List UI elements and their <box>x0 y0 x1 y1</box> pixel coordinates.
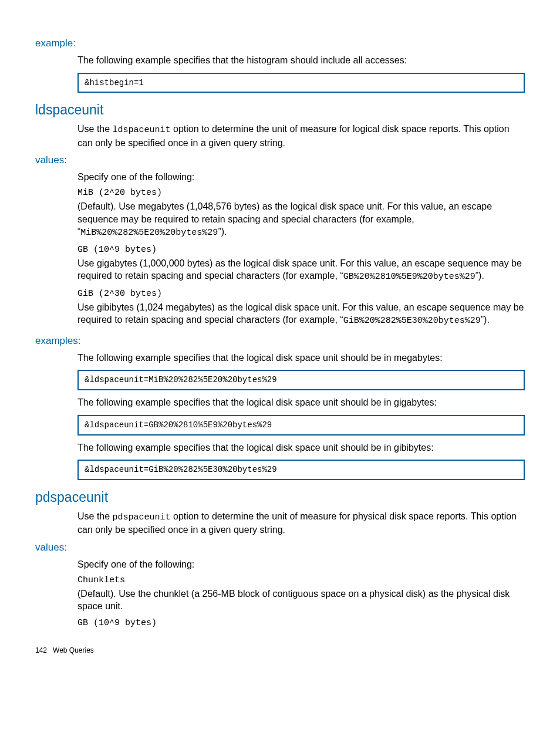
value-chunklets-text: (Default). Use the chunklet (a 256-MB bl… <box>77 588 525 613</box>
value-gb-text-b: ”). <box>475 271 484 281</box>
heading-values-pd: values: <box>35 541 525 555</box>
value-mib-text-b: ”). <box>218 227 227 237</box>
heading-example: example: <box>35 37 525 50</box>
example3-code: &ldspaceunit=GiB%20%282%5E30%20bytes%29 <box>77 460 525 480</box>
ldspaceunit-desc-pre: Use the <box>77 124 113 134</box>
value-mib-text: (Default). Use megabytes (1,048,576 byte… <box>77 200 525 239</box>
value-gb-text-mono: GB%20%2810%5E9%20bytes%29 <box>343 272 475 282</box>
heading-examples: examples: <box>35 335 525 348</box>
value-gb-text: Use gigabytes (1,000,000 bytes) as the l… <box>77 257 525 283</box>
pdspaceunit-desc-code: pdspaceunit <box>113 512 171 522</box>
value-gb-code: GB (10^9 bytes) <box>77 244 525 256</box>
value-gib-text: Use gibibytes (1,024 megabytes) as the l… <box>77 301 525 328</box>
code-histbegin: &histbegin=1 <box>77 73 525 93</box>
value-mib-code: MiB (2^20 bytes) <box>77 187 525 199</box>
value-gib-text-b: ”). <box>481 315 490 325</box>
value-gib-text-mono: GiB%20%282%5E30%20bytes%29 <box>343 316 481 326</box>
example2-text: The following example specifies that the… <box>77 396 525 409</box>
ldspaceunit-desc-code: ldspaceunit <box>113 125 171 135</box>
page-number: 142 <box>35 646 47 654</box>
values-lead-ld: Specify one of the following: <box>77 171 525 184</box>
value-mib-text-mono: MiB%20%282%5E20%20bytes%29 <box>80 228 218 238</box>
pdspaceunit-desc: Use the pdspaceunit option to determine … <box>77 510 525 536</box>
example-intro: The following example specifies that the… <box>77 54 525 67</box>
heading-ldspaceunit: ldspaceunit <box>35 101 525 119</box>
heading-pdspaceunit: pdspaceunit <box>35 488 525 507</box>
value-gib-code: GiB (2^30 bytes) <box>77 288 525 300</box>
values-lead-pd: Specify one of the following: <box>77 558 525 571</box>
value-pd-gb-code: GB (10^9 bytes) <box>77 617 525 629</box>
example1-code: &ldspaceunit=MiB%20%282%5E20%20bytes%29 <box>77 370 525 390</box>
example2-code: &ldspaceunit=GB%20%2810%5E9%20bytes%29 <box>77 415 525 436</box>
example1-text: The following example specifies that the… <box>77 352 525 364</box>
ldspaceunit-desc: Use the ldspaceunit option to determine … <box>77 123 525 149</box>
value-chunklets-code: Chunklets <box>77 575 525 586</box>
pdspaceunit-desc-pre: Use the <box>77 511 113 521</box>
example3-text: The following example specifies that the… <box>77 441 525 454</box>
page-footer: 142 Web Queries <box>35 646 525 655</box>
page-section-title: Web Queries <box>53 646 94 654</box>
heading-values-ld: values: <box>35 154 525 167</box>
